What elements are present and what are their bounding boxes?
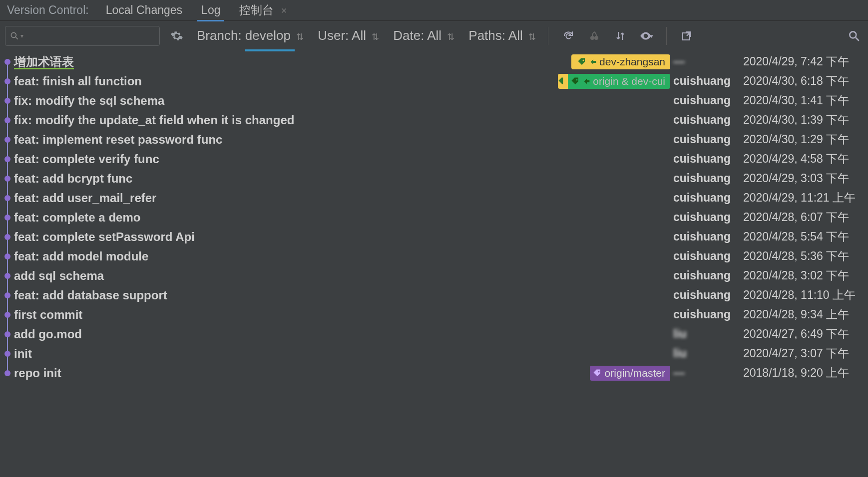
commit-tags: origin/master <box>590 366 670 381</box>
commit-author: — <box>673 55 743 68</box>
tab-local-changes[interactable]: Local Changes <box>104 0 184 20</box>
commit-author: liu <box>673 347 743 360</box>
commit-author: cuishuang <box>673 308 743 321</box>
graph-node <box>3 208 12 227</box>
dropdown-caret-icon: ▾ <box>20 32 23 39</box>
svg-line-7 <box>856 37 859 41</box>
commit-row[interactable]: feat: add user_mail_refercuishuang2020/4… <box>0 188 868 208</box>
branch-tag[interactable]: origin & dev-cui <box>568 74 670 89</box>
svg-point-4 <box>645 35 647 37</box>
divider <box>548 27 548 45</box>
graph-node <box>3 246 12 266</box>
sort-icon[interactable] <box>611 27 629 45</box>
tab-log[interactable]: Log <box>199 0 222 20</box>
commit-row[interactable]: 增加术语表dev-zhangsan—2020/4/29, 7:42 下午 <box>0 52 868 71</box>
commit-row[interactable]: feat: finish all functionorigin & dev-cu… <box>0 71 868 91</box>
graph-node <box>3 71 12 91</box>
commit-date: 2020/4/30, 1:39 下午 <box>743 112 868 128</box>
eye-icon[interactable]: ▾ <box>637 27 655 45</box>
commit-message: init <box>12 347 673 361</box>
commit-date: 2020/4/27, 3:07 下午 <box>743 346 868 361</box>
paths-filter[interactable]: Paths: All ⇅ <box>467 26 537 46</box>
commit-row[interactable]: first commitcuishuang2020/4/28, 9:34 上午 <box>0 305 868 324</box>
commit-message: feat: add database support <box>12 288 673 302</box>
open-new-icon[interactable] <box>678 27 696 45</box>
date-filter[interactable]: Date: All ⇅ <box>392 26 455 46</box>
filter-group: Branch: develop ⇅ User: All ⇅ Date: All … <box>196 26 537 46</box>
branch-tag[interactable]: dev-zhangsan <box>574 54 670 69</box>
svg-line-1 <box>16 37 18 39</box>
commit-date: 2020/4/30, 1:41 下午 <box>743 93 868 108</box>
commit-date: 2020/4/29, 11:21 上午 <box>743 190 868 206</box>
commit-date: 2020/4/29, 4:58 下午 <box>743 151 868 167</box>
commit-date: 2020/4/29, 3:03 下午 <box>743 171 868 186</box>
paths-filter-value: All <box>508 28 523 43</box>
commit-row[interactable]: repo initorigin/master—2018/1/18, 9:20 上… <box>0 363 868 383</box>
branch-tag[interactable]: origin/master <box>590 366 670 381</box>
commit-date: 2020/4/28, 11:10 上午 <box>743 287 868 303</box>
commit-row[interactable]: feat: add database supportcuishuang2020/… <box>0 285 868 305</box>
commit-row[interactable]: feat: add bcrypt funccuishuang2020/4/29,… <box>0 169 868 188</box>
branch-filter[interactable]: Branch: develop ⇅ <box>196 26 305 46</box>
commit-row[interactable]: feat: complete setPassword Apicuishuang2… <box>0 227 868 246</box>
gear-icon[interactable] <box>168 27 186 45</box>
chevron-updown-icon: ⇅ <box>296 32 304 42</box>
commit-tags: dev-zhangsan <box>571 54 670 69</box>
branch-tag-label: origin & dev-cui <box>593 75 665 87</box>
commit-message: feat: add bcrypt func <box>12 172 673 186</box>
commit-author: cuishuang <box>673 172 743 185</box>
refresh-icon[interactable] <box>559 27 577 45</box>
commit-list[interactable]: 增加术语表dev-zhangsan—2020/4/29, 7:42 下午feat… <box>0 51 868 477</box>
search-input[interactable] <box>25 30 155 42</box>
branch-filter-label: Branch: <box>197 28 242 43</box>
commit-row[interactable]: add sql schemacuishuang2020/4/28, 3:02 下… <box>0 266 868 285</box>
tab-console[interactable]: 控制台 × <box>237 0 289 21</box>
commit-message: feat: finish all function <box>12 74 558 88</box>
commit-author: cuishuang <box>673 152 743 166</box>
user-filter-value: All <box>352 28 366 43</box>
vcs-title: Version Control: <box>7 3 89 17</box>
close-icon[interactable]: × <box>281 5 287 16</box>
commit-message: fix: modify the update_at field when it … <box>12 113 673 127</box>
commit-date: 2020/4/28, 3:02 下午 <box>743 268 868 283</box>
commit-message: repo init <box>12 366 590 380</box>
commit-date: 2020/4/28, 6:07 下午 <box>743 210 868 225</box>
chevron-updown-icon: ⇅ <box>528 32 536 42</box>
graph-node <box>3 344 12 363</box>
vcs-tabs: Version Control: Local Changes Log 控制台 × <box>0 0 868 21</box>
graph-node <box>3 91 12 110</box>
commit-author: cuishuang <box>673 288 743 302</box>
cherry-pick-icon[interactable] <box>585 27 603 45</box>
commit-message: feat: add user_mail_refer <box>12 191 673 205</box>
svg-point-2 <box>590 36 594 40</box>
commit-message: feat: implement reset password func <box>12 133 673 147</box>
find-icon[interactable] <box>845 27 863 45</box>
commit-row[interactable]: feat: add model modulecuishuang2020/4/28… <box>0 246 868 266</box>
search-field-wrap[interactable]: ▾ <box>5 26 160 46</box>
graph-node <box>3 363 12 383</box>
commit-row[interactable]: fix: modify the sql schemacuishuang2020/… <box>0 91 868 110</box>
commit-row[interactable]: initliu2020/4/27, 3:07 下午 <box>0 344 868 363</box>
graph-node <box>3 324 12 344</box>
commit-author: cuishuang <box>673 191 743 205</box>
commit-author: cuishuang <box>673 94 743 107</box>
commit-date: 2018/1/18, 9:20 上午 <box>743 365 868 381</box>
user-filter[interactable]: User: All ⇅ <box>317 26 380 46</box>
commit-author: liu <box>673 327 743 341</box>
graph-node <box>3 227 12 246</box>
commit-date: 2020/4/30, 1:29 下午 <box>743 132 868 147</box>
graph-node <box>3 285 12 305</box>
commit-tags: origin & dev-cui <box>558 74 670 89</box>
commit-author: cuishuang <box>673 113 743 127</box>
commit-message: feat: complete a demo <box>12 211 673 225</box>
commit-row[interactable]: fix: modify the update_at field when it … <box>0 110 868 130</box>
graph-node <box>3 169 12 188</box>
commit-date: 2020/4/28, 5:54 下午 <box>743 229 868 244</box>
commit-date: 2020/4/30, 6:18 下午 <box>743 73 868 89</box>
commit-row[interactable]: feat: complete a democuishuang2020/4/28,… <box>0 208 868 227</box>
commit-message: 增加术语表 <box>12 54 571 70</box>
commit-row[interactable]: feat: implement reset password funccuish… <box>0 130 868 149</box>
commit-row[interactable]: add go.modliu2020/4/27, 6:49 下午 <box>0 324 868 344</box>
commit-row[interactable]: feat: complete verify funccuishuang2020/… <box>0 149 868 169</box>
commit-message: feat: complete verify func <box>12 152 673 166</box>
